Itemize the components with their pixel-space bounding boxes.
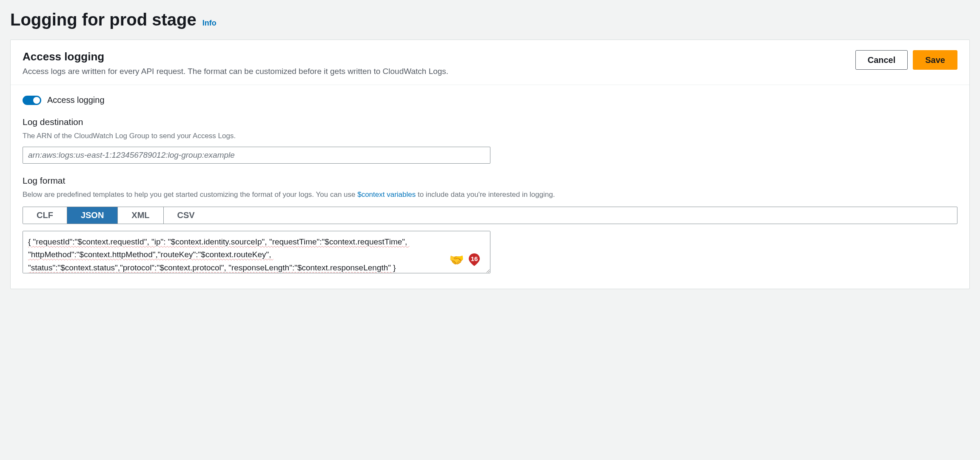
log-format-tabs: CLF JSON XML CSV bbox=[23, 207, 957, 224]
access-logging-toggle[interactable] bbox=[23, 96, 41, 105]
cancel-button[interactable]: Cancel bbox=[855, 50, 908, 70]
access-logging-panel: Access logging Access logs are written f… bbox=[10, 40, 970, 289]
log-format-label: Log format bbox=[23, 176, 957, 186]
panel-title: Access logging bbox=[23, 50, 448, 63]
info-link[interactable]: Info bbox=[202, 19, 217, 28]
page-header: Logging for prod stage Info bbox=[10, 10, 970, 29]
log-format-field: Log format Below are predefined template… bbox=[23, 176, 957, 275]
panel-body: Access logging Log destination The ARN o… bbox=[11, 85, 969, 289]
panel-header: Access logging Access logs are written f… bbox=[11, 40, 969, 85]
tab-xml[interactable]: XML bbox=[118, 207, 163, 224]
page-root: Logging for prod stage Info Access loggi… bbox=[0, 0, 980, 299]
panel-description: Access logs are written for every API re… bbox=[23, 67, 448, 76]
page-title: Logging for prod stage bbox=[10, 10, 197, 29]
log-destination-input[interactable] bbox=[23, 147, 490, 164]
log-format-help-prefix: Below are predefined templates to help y… bbox=[23, 190, 357, 199]
log-format-help: Below are predefined templates to help y… bbox=[23, 189, 957, 200]
panel-header-text: Access logging Access logs are written f… bbox=[23, 50, 448, 76]
log-format-textarea[interactable] bbox=[23, 231, 490, 273]
tab-csv[interactable]: CSV bbox=[164, 207, 208, 224]
access-logging-toggle-row: Access logging bbox=[23, 95, 957, 105]
tab-clf[interactable]: CLF bbox=[23, 207, 67, 224]
log-destination-field: Log destination The ARN of the CloudWatc… bbox=[23, 117, 490, 164]
panel-actions: Cancel Save bbox=[855, 50, 957, 70]
log-destination-label: Log destination bbox=[23, 117, 490, 127]
access-logging-toggle-label: Access logging bbox=[47, 95, 105, 105]
context-variables-link[interactable]: $context variables bbox=[357, 190, 416, 199]
log-format-textarea-wrap: 🤝 16 bbox=[23, 231, 490, 275]
log-format-help-suffix: to include data you're interested in log… bbox=[416, 190, 555, 199]
tab-json[interactable]: JSON bbox=[67, 207, 118, 224]
log-destination-help: The ARN of the CloudWatch Log Group to s… bbox=[23, 131, 490, 142]
toggle-knob bbox=[33, 97, 40, 104]
save-button[interactable]: Save bbox=[913, 50, 957, 70]
